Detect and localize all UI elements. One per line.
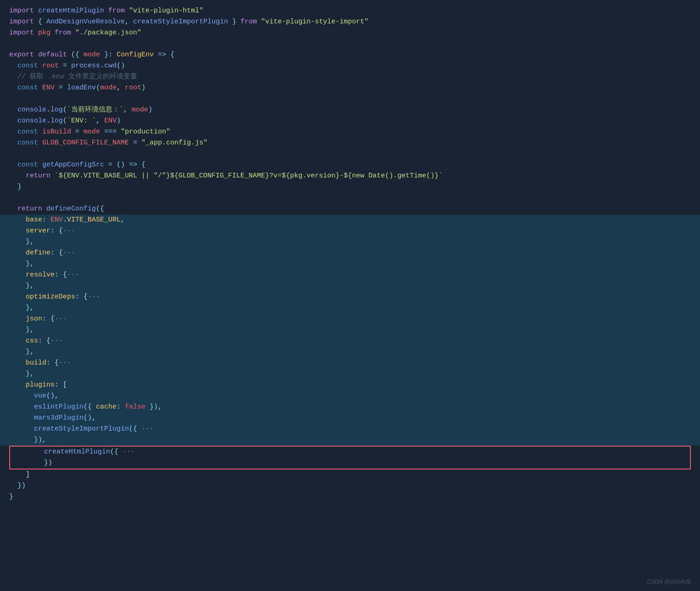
code-token <box>9 391 34 402</box>
code-token: ··· <box>63 226 75 237</box>
code-token <box>38 83 42 94</box>
code-token: css <box>26 336 38 347</box>
code-token <box>117 127 121 138</box>
code-token: : { <box>38 336 50 347</box>
code-line: json: {··· <box>0 314 700 325</box>
code-line: export default ({ mode }: ConfigEnv => { <box>0 50 700 61</box>
code-token: export <box>9 50 34 61</box>
code-token <box>92 402 96 413</box>
code-token: pkg <box>38 28 50 39</box>
code-line: const GLOB_CONFIG_FILE_NAME = "_app.conf… <box>0 138 700 149</box>
code-token: mars3dPlugin <box>34 413 83 424</box>
code-token: createHtmlPlugin <box>44 447 110 458</box>
code-token: , <box>125 17 133 28</box>
code-token: }), <box>34 435 46 446</box>
code-token: createStyleImportPlugin <box>133 17 228 28</box>
code-token: . <box>46 105 50 116</box>
code-line: console.log(`当前环境信息：`, mode) <box>0 105 700 116</box>
code-line <box>0 39 700 50</box>
code-token <box>166 50 170 61</box>
code-line: } <box>0 182 700 193</box>
code-line: build: {··· <box>0 358 700 369</box>
code-token <box>79 50 83 61</box>
code-line <box>0 149 700 160</box>
code-token: ENV <box>50 215 63 226</box>
code-token: plugins <box>26 380 55 391</box>
code-line: }, <box>0 303 700 314</box>
code-token: vue <box>34 391 46 402</box>
code-token: mode <box>132 105 148 116</box>
code-token <box>19 458 44 469</box>
code-token: }, <box>26 281 34 292</box>
code-line: createHtmlPlugin({ ··· <box>10 447 690 458</box>
code-token: createHtmlPlugin <box>38 6 104 17</box>
code-token <box>9 358 26 369</box>
code-token <box>104 6 108 17</box>
code-token <box>9 226 26 237</box>
code-token <box>9 336 26 347</box>
code-token <box>19 447 44 458</box>
code-line: } <box>0 492 700 503</box>
code-token <box>125 160 129 171</box>
code-token: } <box>9 492 13 503</box>
code-token <box>9 435 34 446</box>
code-token: : [ <box>55 380 67 391</box>
code-token <box>9 204 17 215</box>
code-token: ) <box>117 116 121 127</box>
code-token <box>9 303 26 314</box>
code-token: from <box>55 28 71 39</box>
code-token: } <box>17 182 22 193</box>
code-token <box>9 127 17 138</box>
code-token: root <box>125 83 141 94</box>
code-token <box>145 402 150 413</box>
code-token: : <box>108 50 117 61</box>
code-token: default <box>38 50 67 61</box>
code-token <box>137 160 141 171</box>
code-line: }, <box>0 325 700 336</box>
code-line: import pkg from "./package.json" <box>0 28 700 39</box>
code-token: log <box>50 116 63 127</box>
code-token <box>9 380 26 391</box>
code-line: eslintPlugin({ cache: false }), <box>0 402 700 413</box>
code-token: build <box>26 358 46 369</box>
code-token: console <box>17 105 46 116</box>
code-token <box>71 28 75 39</box>
code-token <box>9 215 26 226</box>
code-line <box>0 94 700 105</box>
code-token <box>9 83 17 94</box>
code-token: . <box>63 215 67 226</box>
code-token: server <box>26 226 50 237</box>
code-token: , <box>117 83 125 94</box>
code-token <box>9 138 17 149</box>
code-token: ( <box>63 116 67 127</box>
code-token: false <box>125 402 145 413</box>
code-token: : { <box>42 314 55 325</box>
code-token <box>236 17 240 28</box>
code-token: defineConfig <box>46 204 96 215</box>
code-token <box>34 50 38 61</box>
code-token: , <box>158 402 162 413</box>
code-token: const <box>17 127 38 138</box>
code-line: vue(), <box>0 391 700 402</box>
code-token: }, <box>26 237 34 248</box>
code-token <box>9 402 34 413</box>
code-token: () <box>117 61 125 72</box>
code-token <box>9 347 26 358</box>
code-line: ] <box>0 469 700 481</box>
code-line: // 获取 .env 文件里定义的环境变量 <box>0 72 700 83</box>
code-token <box>9 72 17 83</box>
code-token: cwd <box>104 61 117 72</box>
code-token: mode <box>100 83 117 94</box>
code-token: cache <box>96 402 117 413</box>
code-token: ··· <box>55 314 67 325</box>
code-line: optimizeDeps: {··· <box>0 292 700 303</box>
code-token <box>9 61 17 72</box>
code-token <box>9 160 17 171</box>
code-token: ( <box>63 105 67 116</box>
code-token: = <box>133 138 137 149</box>
code-line: define: {··· <box>0 248 700 259</box>
code-line: }, <box>0 369 700 380</box>
code-line: resolve: {··· <box>0 270 700 281</box>
code-token: process <box>71 61 100 72</box>
code-token <box>9 248 26 259</box>
